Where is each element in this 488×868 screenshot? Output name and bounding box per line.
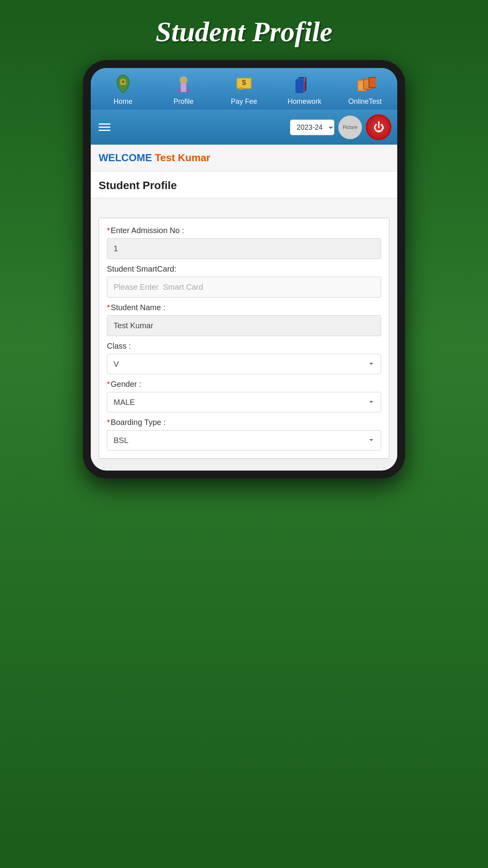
- admission-required-star: *: [107, 226, 110, 235]
- gender-required-star: *: [107, 380, 110, 389]
- smartcard-input[interactable]: [107, 277, 381, 298]
- picture-label: Picture: [343, 125, 357, 130]
- svg-rect-12: [304, 77, 305, 82]
- welcome-name: Test Kumar: [155, 152, 210, 164]
- nav-label-homework: Homework: [288, 97, 321, 106]
- student-name-required-star: *: [107, 303, 110, 312]
- class-select[interactable]: V VI VII VIII IX X: [107, 354, 381, 374]
- boarding-required-star: *: [107, 418, 110, 427]
- admission-no-input[interactable]: [107, 238, 381, 259]
- svg-rect-3: [181, 83, 186, 92]
- nav-label-home: Home: [114, 97, 132, 106]
- page-title: Student Profile: [148, 0, 340, 60]
- nav-item-home[interactable]: ✤ Home: [93, 72, 153, 106]
- nav-bar: ✤ Home Profile: [91, 68, 397, 110]
- nav-item-profile[interactable]: Profile: [153, 72, 214, 106]
- homework-icon: [293, 72, 316, 96]
- nav-item-payfee[interactable]: $ Pay Fee: [214, 72, 274, 106]
- payfee-icon: $: [232, 72, 256, 96]
- welcome-text: WELCOME Test Kumar: [99, 152, 389, 164]
- section-title: Student Profile: [99, 179, 389, 192]
- svg-rect-18: [369, 78, 376, 87]
- smartcard-label: Student SmartCard:: [107, 265, 381, 274]
- nav-item-onlinetest[interactable]: OnlineTest: [335, 72, 395, 106]
- nav-label-payfee: Pay Fee: [231, 97, 257, 106]
- welcome-label: WELCOME: [99, 152, 152, 164]
- svg-rect-7: [239, 87, 243, 90]
- student-profile-form: * Enter Admission No : Student SmartCard…: [99, 218, 389, 459]
- year-select[interactable]: 2023-24 2022-23 2021-22: [290, 120, 334, 135]
- nav-label-profile: Profile: [173, 97, 193, 106]
- gender-select[interactable]: MALE FEMALE: [107, 392, 381, 412]
- phone-screen: ✤ Home Profile: [91, 68, 397, 471]
- home-icon: ✤: [111, 72, 135, 96]
- svg-rect-10: [295, 79, 303, 93]
- hamburger-line-3: [99, 130, 110, 131]
- class-label: Class :: [107, 342, 381, 351]
- svg-text:$: $: [242, 79, 246, 86]
- section-header: Student Profile: [91, 171, 397, 198]
- sub-header: 2023-24 2022-23 2021-22 Picture ⏻: [91, 110, 397, 145]
- onlinetest-icon: [353, 72, 377, 96]
- profile-icon: [172, 72, 195, 96]
- nav-label-onlinetest: OnlineTest: [348, 97, 382, 106]
- hamburger-menu[interactable]: [97, 121, 112, 133]
- boarding-type-label: * Boarding Type :: [107, 418, 381, 427]
- student-name-label: * Student Name :: [107, 303, 381, 312]
- phone-shell: ✤ Home Profile: [83, 60, 405, 478]
- hamburger-line-1: [99, 123, 110, 125]
- student-name-input[interactable]: [107, 315, 381, 336]
- admission-no-label: * Enter Admission No :: [107, 226, 381, 235]
- power-button[interactable]: ⏻: [366, 114, 391, 140]
- picture-button[interactable]: Picture: [338, 116, 362, 139]
- gender-label: * Gender :: [107, 380, 381, 389]
- nav-item-homework[interactable]: Homework: [274, 72, 335, 106]
- svg-text:✤: ✤: [121, 80, 125, 84]
- boarding-type-select[interactable]: BSL DAY HOSTEL: [107, 430, 381, 451]
- hamburger-line-2: [99, 127, 110, 128]
- svg-point-2: [180, 76, 187, 84]
- power-icon: ⏻: [373, 121, 384, 134]
- welcome-bar: WELCOME Test Kumar: [91, 145, 397, 171]
